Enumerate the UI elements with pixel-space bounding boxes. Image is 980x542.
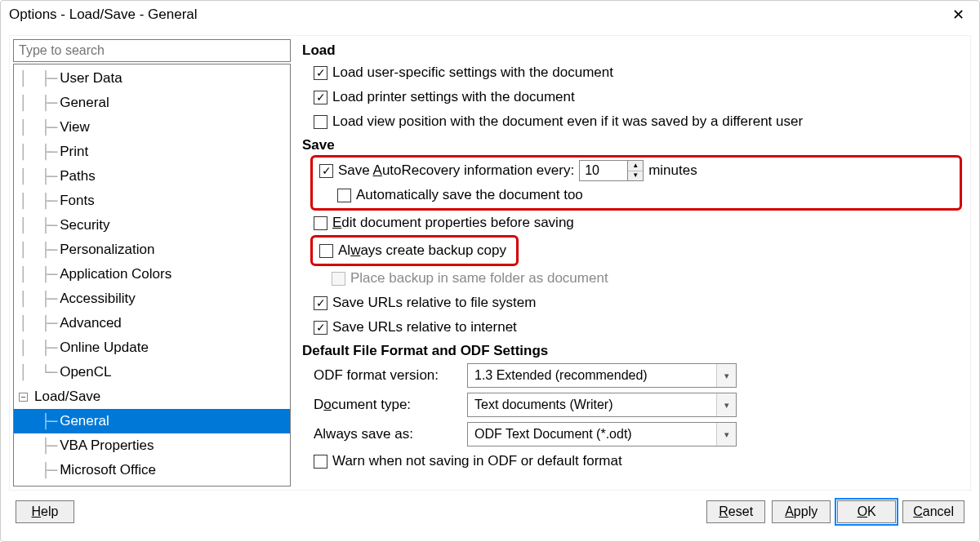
tree-item[interactable]: └─HTML Compatibility	[14, 482, 290, 486]
search-input[interactable]	[13, 39, 291, 62]
tree-item[interactable]: │ ├─View	[14, 115, 290, 140]
label-autosave-doc: Automatically save the document too	[356, 187, 583, 203]
label-url-fs: Save URLs relative to file system	[332, 295, 536, 311]
chevron-down-icon[interactable]: ▾	[716, 423, 736, 446]
reset-button[interactable]: Reset	[706, 500, 765, 523]
ok-button[interactable]: OK	[837, 500, 896, 523]
left-panel: │ ├─User Data │ ├─General │ ├─View │ ├─P…	[13, 39, 291, 486]
tree-item[interactable]: │ ├─Application Colors	[14, 262, 290, 287]
autorecovery-minutes-input[interactable]	[580, 161, 627, 180]
label-load-user-specific: Load user-specific settings with the doc…	[332, 64, 613, 81]
window-title: Options - Load/Save - General	[9, 7, 198, 23]
settings-panel: Load ✓ Load user-specific settings with …	[296, 39, 967, 486]
collapse-icon[interactable]: −	[19, 393, 28, 402]
tree-item[interactable]: │ ├─Accessibility	[14, 287, 290, 311]
highlight-backup: Always create backup copy	[310, 235, 519, 266]
label-odf-version: ODF format version:	[314, 367, 461, 384]
tree-item[interactable]: │ ├─General	[14, 91, 290, 115]
tree-item[interactable]: │ ├─Personalization	[14, 238, 290, 262]
apply-button[interactable]: Apply	[772, 500, 831, 523]
autorecovery-unit: minutes	[648, 162, 697, 179]
label-warn-odf: Warn when not saving in ODF or default f…	[332, 453, 622, 469]
label-backup-same-folder: Place backup in same folder as document	[350, 270, 608, 287]
help-button[interactable]: Help	[16, 500, 74, 523]
tree-item[interactable]: ├─Microsoft Office	[14, 458, 290, 482]
tree-item[interactable]: │ ├─Fonts	[14, 189, 290, 213]
checkbox-edit-props[interactable]	[314, 216, 327, 230]
cancel-button[interactable]: Cancel	[902, 500, 964, 523]
checkbox-warn-odf[interactable]	[314, 455, 327, 469]
dialog-footer: Help Reset Apply OK Cancel	[9, 491, 971, 530]
label-autorecovery: Save AutoRecovery information every:	[338, 162, 574, 179]
checkbox-load-printer[interactable]: ✓	[314, 91, 327, 104]
chevron-down-icon[interactable]: ▾	[716, 393, 736, 416]
checkbox-url-fs[interactable]: ✓	[314, 296, 327, 310]
tree-item[interactable]: │ ├─Security	[14, 213, 290, 238]
select-doc-type[interactable]: Text documents (Writer) ▾	[467, 393, 737, 417]
autorecovery-minutes-stepper[interactable]: ▲ ▼	[579, 160, 644, 181]
label-always-save-as: Always save as:	[314, 426, 461, 442]
label-doc-type: Document type:	[314, 397, 461, 413]
checkbox-backup[interactable]	[319, 244, 333, 258]
tree-item-general[interactable]: ├─General	[14, 409, 290, 433]
checkbox-backup-same-folder	[332, 272, 345, 286]
select-odf-version[interactable]: 1.3 Extended (recommended) ▾	[467, 363, 737, 388]
section-load: Load	[302, 42, 962, 59]
titlebar: Options - Load/Save - General ✕	[1, 1, 979, 29]
spin-down-icon[interactable]: ▼	[628, 171, 643, 181]
tree-item[interactable]: │ ├─Print	[14, 140, 290, 164]
label-backup: Always create backup copy	[338, 242, 506, 259]
options-dialog: Options - Load/Save - General ✕ │ ├─User…	[0, 0, 980, 542]
checkbox-load-view-pos[interactable]	[314, 115, 327, 129]
label-url-net: Save URLs relative to internet	[332, 319, 517, 335]
select-always-save-as[interactable]: ODF Text Document (*.odt) ▾	[467, 422, 737, 446]
label-load-printer: Load printer settings with the document	[332, 89, 575, 105]
checkbox-autorecovery[interactable]: ✓	[319, 164, 333, 178]
options-tree[interactable]: │ ├─User Data │ ├─General │ ├─View │ ├─P…	[13, 64, 291, 486]
tree-item[interactable]: │ ├─User Data	[14, 66, 290, 91]
tree-item[interactable]: │ ├─Advanced	[14, 311, 290, 335]
spin-up-icon[interactable]: ▲	[628, 161, 643, 171]
section-save: Save	[302, 137, 962, 153]
tree-item[interactable]: │ ├─Paths	[14, 164, 290, 189]
label-load-view-pos: Load view position with the document eve…	[332, 113, 803, 130]
checkbox-autosave-doc[interactable]	[337, 189, 351, 202]
tree-item[interactable]: ├─VBA Properties	[14, 433, 290, 458]
close-icon[interactable]: ✕	[946, 6, 971, 24]
chevron-down-icon[interactable]: ▾	[716, 364, 736, 387]
checkbox-url-net[interactable]: ✓	[314, 321, 327, 335]
tree-node-loadsave[interactable]: − Load/Save	[14, 384, 290, 409]
tree-item[interactable]: │ ├─Online Update	[14, 335, 290, 360]
label-edit-props: Edit document properties before saving	[332, 215, 574, 231]
highlight-autorecovery: ✓ Save AutoRecovery information every: ▲…	[310, 155, 962, 211]
checkbox-load-user-specific[interactable]: ✓	[314, 66, 327, 80]
tree-item[interactable]: │ └─OpenCL	[14, 360, 290, 384]
section-format: Default File Format and ODF Settings	[302, 343, 962, 359]
